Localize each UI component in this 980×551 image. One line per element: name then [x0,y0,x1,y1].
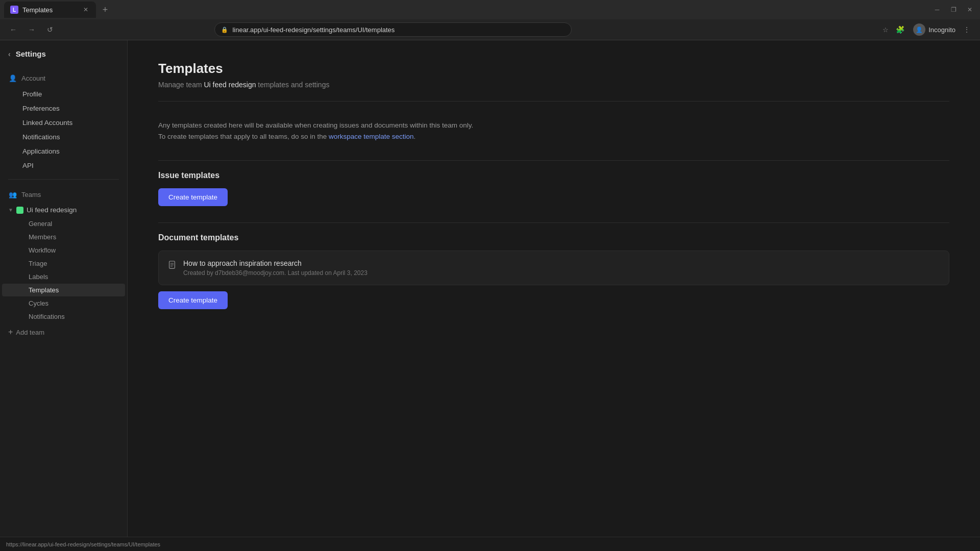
template-name: How to approach inspiration research [183,259,368,267]
account-section-label: Account [21,74,45,82]
close-button[interactable]: ✕ [964,4,976,16]
back-nav-button[interactable]: ← [6,22,20,37]
account-section: 👤 Account Profile Preferences Linked Acc… [0,67,127,175]
teams-section: 👥 Teams ▼ Ui feed redesign General Membe… [0,184,127,343]
extensions-icon[interactable]: 🧩 [893,22,907,37]
issue-templates-section: Issue templates Create template [158,171,949,206]
document-section-title: Document templates [158,233,949,242]
settings-title: Settings [16,49,46,58]
sidebar-item-linked-accounts[interactable]: Linked Accounts [2,116,125,130]
info-text-1: Any templates created here will be avail… [158,120,949,131]
info-box: Any templates created here will be avail… [158,112,949,150]
template-meta: Created by d7bdeb36@moodjoy.com. Last up… [183,269,368,277]
sidebar-divider [8,179,119,180]
add-team-label: Add team [16,329,44,336]
team-subitem-workflow[interactable]: Workflow [2,244,125,257]
subtitle-suffix: templates and settings [258,81,329,89]
team-name-label: Ui feed redesign [27,206,77,214]
document-templates-section: Document templates How to approach inspi… [158,233,949,309]
lock-icon: 🔒 [221,27,228,33]
add-team-button[interactable]: + Add team [0,323,127,341]
forward-nav-button[interactable]: → [24,22,39,37]
template-doc-icon [167,260,177,270]
incognito-avatar: 👤 [913,23,925,36]
template-info: How to approach inspiration research Cre… [183,259,368,277]
divider-1 [158,101,949,102]
page-title: Templates [158,61,949,77]
incognito-label: Incognito [928,26,955,34]
account-icon: 👤 [8,73,17,83]
settings-header: ‹ Settings [0,40,127,67]
page-subtitle: Manage team Ui feed redesign templates a… [158,81,949,89]
team-subitem-notifications[interactable]: Notifications [2,310,125,323]
tab-bar: L Templates ✕ + ─ ❐ ✕ [0,0,980,19]
sidebar-item-profile[interactable]: Profile [2,87,125,101]
create-document-template-button[interactable]: Create template [158,291,228,309]
issue-section-title: Issue templates [158,171,949,180]
tab-title: Templates [22,6,53,14]
address-bar-row: ← → ↺ 🔒 linear.app/ui-feed-redesign/sett… [0,19,980,40]
tab-close-button[interactable]: ✕ [82,6,90,14]
browser-chrome: L Templates ✕ + ─ ❐ ✕ ← → ↺ 🔒 linear.app… [0,0,980,40]
sidebar: ‹ Settings 👤 Account Profile Preferences… [0,40,128,537]
subtitle-prefix: Manage team [158,81,202,89]
divider-3 [158,222,949,223]
address-bar[interactable]: 🔒 linear.app/ui-feed-redesign/settings/t… [214,22,572,37]
url-text: linear.app/ui-feed-redesign/settings/tea… [232,26,395,34]
team-entry-ui-feed[interactable]: ▼ Ui feed redesign [0,203,127,217]
create-issue-template-button[interactable]: Create template [158,188,228,206]
account-section-header[interactable]: 👤 Account [0,69,127,87]
team-color-dot [16,207,23,214]
divider-2 [158,160,949,161]
team-subitem-triage[interactable]: Triage [2,257,125,270]
team-subitems: General Members Workflow Triage Labels T… [0,217,127,323]
restore-button[interactable]: ❐ [947,4,960,16]
sidebar-item-applications[interactable]: Applications [2,144,125,158]
template-card[interactable]: How to approach inspiration research Cre… [158,251,949,285]
status-url: https://linear.app/ui-feed-redesign/sett… [6,541,160,547]
team-subitem-general[interactable]: General [2,217,125,230]
main-content: Templates Manage team Ui feed redesign t… [128,40,980,537]
teams-section-header[interactable]: 👥 Teams [0,186,127,203]
app-layout: ‹ Settings 👤 Account Profile Preferences… [0,40,980,537]
teams-icon: 👥 [8,190,17,199]
info-text-2: To create templates that apply to all te… [158,131,949,142]
sidebar-item-preferences[interactable]: Preferences [2,102,125,115]
minimize-button[interactable]: ─ [931,4,943,16]
new-tab-button[interactable]: + [98,3,112,17]
subtitle-team-name: Ui feed redesign [204,81,256,89]
team-subitem-members[interactable]: Members [2,231,125,243]
add-team-plus-icon: + [8,328,13,337]
status-bar: https://linear.app/ui-feed-redesign/sett… [0,537,980,551]
reload-button[interactable]: ↺ [43,22,57,37]
bookmark-icon[interactable]: ☆ [883,26,889,34]
sidebar-item-api[interactable]: API [2,159,125,172]
team-subitem-cycles[interactable]: Cycles [2,297,125,310]
team-subitem-labels[interactable]: Labels [2,270,125,283]
workspace-template-link[interactable]: workspace template section [329,133,414,140]
teams-label: Teams [21,191,41,198]
tab-favicon: L [10,6,18,14]
team-chevron-icon: ▼ [8,207,13,213]
browser-menu-button[interactable]: ⋮ [960,22,974,37]
active-tab[interactable]: L Templates ✕ [4,2,96,18]
team-subitem-templates[interactable]: Templates [2,284,125,296]
back-arrow-button[interactable]: ‹ [8,50,11,58]
window-controls: ─ ❐ ✕ [931,4,976,16]
sidebar-item-notifications[interactable]: Notifications [2,130,125,144]
